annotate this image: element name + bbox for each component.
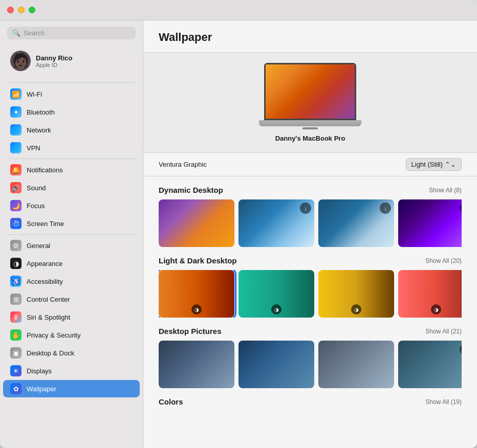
wallpaper-thumb-ld1[interactable]: ◑ <box>159 270 234 318</box>
minimize-button[interactable] <box>18 7 25 13</box>
maximize-button[interactable] <box>29 7 35 13</box>
section-light-dark-desktop: Light & Dark Desktop Show All (20) ◑◑◑◑ <box>159 247 462 318</box>
sidebar-divider-8 <box>7 234 136 235</box>
wallpaper-thumb-dp2[interactable] <box>238 341 314 388</box>
sidebar-item-sound[interactable]: 🔊 Sound <box>3 179 140 196</box>
network-icon-symbol: 🌐 <box>12 126 20 134</box>
wallpaper-grid-desktop-pictures: ↓ <box>159 341 462 388</box>
show-all-light-dark-desktop[interactable]: Show All (20) <box>425 257 462 264</box>
wallpaper-selector-bar: Ventura Graphic Light (Still) ⌃⌄ <box>143 153 477 176</box>
sidebar-item-wallpaper[interactable]: ✿ Wallpaper <box>3 380 140 397</box>
wallpaper-icon: ✿ <box>10 383 21 394</box>
content-area: Wallpaper Danny's MacBook Pro Ventura Gr… <box>143 20 477 448</box>
sidebar-item-displays[interactable]: ☀ Displays <box>3 362 140 379</box>
wallpaper-thumb-dd3[interactable]: ↓ <box>318 199 394 247</box>
macbook-screen <box>264 63 356 120</box>
notifications-icon-symbol: 🔔 <box>12 166 20 174</box>
macbook-screen-wallpaper <box>266 64 355 119</box>
sidebar-item-notifications[interactable]: 🔔 Notifications <box>3 161 140 178</box>
wallpaper-thumb-dp4[interactable]: ↓ <box>398 341 462 388</box>
focus-icon-symbol: 🌙 <box>12 202 20 210</box>
user-subtitle: Apple ID <box>36 62 73 68</box>
wallpaper-thumb-dd1[interactable] <box>159 199 234 247</box>
light-dark-badge-ld2: ◑ <box>271 304 281 315</box>
siri-icon-symbol: 🎙 <box>13 313 19 321</box>
notifications-label: Notifications <box>27 166 63 174</box>
bluetooth-icon: ✦ <box>10 106 21 118</box>
main-layout: 🔍 🧑🏿 Danny Rico Apple ID 📶 Wi-Fi ✦ <box>0 20 477 448</box>
show-all-dynamic-desktop[interactable]: Show All (8) <box>429 187 462 194</box>
sidebar-item-desktop[interactable]: ▣ Desktop & Dock <box>3 344 140 362</box>
network-label: Network <box>27 126 51 134</box>
sidebar-item-wifi[interactable]: 📶 Wi-Fi <box>3 85 140 103</box>
appearance-icon-symbol: ◑ <box>13 260 19 267</box>
sound-icon: 🔊 <box>10 182 21 193</box>
vpn-icon-symbol: 🌐 <box>12 144 20 152</box>
sidebar-item-bluetooth[interactable]: ✦ Bluetooth <box>3 103 140 121</box>
user-profile[interactable]: 🧑🏿 Danny Rico Apple ID <box>5 47 138 75</box>
desktop-icon-symbol: ▣ <box>13 349 19 357</box>
macbook-container <box>259 63 361 129</box>
wallpaper-style-picker[interactable]: Light (Still) ⌃⌄ <box>406 158 462 171</box>
appearance-icon: ◑ <box>10 258 21 269</box>
wallpaper-thumb-ld3[interactable]: ◑ <box>318 270 394 318</box>
show-all-desktop-pictures[interactable]: Show All (21) <box>425 328 462 335</box>
appearance-label: Appearance <box>27 260 62 267</box>
control-label: Control Center <box>27 296 70 303</box>
wallpaper-thumb-ld4[interactable]: ◑ <box>398 270 462 318</box>
sidebar-item-focus[interactable]: 🌙 Focus <box>3 197 140 214</box>
desktop-label: Desktop & Dock <box>27 349 74 357</box>
wallpaper-thumb-dd2[interactable]: ↓ <box>238 199 314 247</box>
sidebar-item-vpn[interactable]: 🌐 VPN <box>3 139 140 156</box>
system-preferences-window: 🔍 🧑🏿 Danny Rico Apple ID 📶 Wi-Fi ✦ <box>0 0 477 448</box>
section-title-colors: Colors <box>159 397 183 406</box>
control-icon-symbol: ⊞ <box>13 296 19 303</box>
accessibility-icon: ♿ <box>10 276 21 287</box>
siri-label: Siri & Spotlight <box>27 313 70 321</box>
search-box[interactable]: 🔍 <box>7 27 136 39</box>
sidebar-item-appearance[interactable]: ◑ Appearance <box>3 255 140 272</box>
sidebar-item-general[interactable]: ⚙ General <box>3 237 140 254</box>
show-all-colors[interactable]: Show All (19) <box>425 398 462 406</box>
sidebar-item-network[interactable]: 🌐 Network <box>3 121 140 139</box>
download-badge-dp4: ↓ <box>460 344 462 355</box>
general-label: General <box>27 242 50 250</box>
avatar: 🧑🏿 <box>10 51 31 71</box>
wallpaper-thumb-dp3[interactable] <box>318 341 394 388</box>
wallpaper-thumb-ld2[interactable]: ◑ <box>238 270 314 318</box>
privacy-icon-symbol: ✋ <box>12 331 20 339</box>
sidebar-item-accessibility[interactable]: ♿ Accessibility <box>3 273 140 290</box>
section-title-desktop-pictures: Desktop Pictures <box>159 327 222 335</box>
sound-icon-symbol: 🔊 <box>12 184 20 192</box>
search-input[interactable] <box>24 29 131 37</box>
wallpaper-thumb-dd4[interactable]: ↓ <box>398 199 462 247</box>
focus-icon: 🌙 <box>10 200 21 211</box>
section-colors: Colors Show All (19) <box>159 388 462 411</box>
avatar-emoji: 🧑🏿 <box>12 54 30 68</box>
displays-icon-symbol: ☀ <box>13 367 19 375</box>
sidebar-item-siri[interactable]: 🎙 Siri & Spotlight <box>3 308 140 326</box>
macbook-body <box>259 120 361 126</box>
sidebar-item-screentime[interactable]: ⏱ Screen Time <box>3 215 140 232</box>
sidebar-item-privacy[interactable]: ✋ Privacy & Security <box>3 326 140 344</box>
wifi-icon-symbol: 📶 <box>12 91 20 98</box>
accessibility-label: Accessibility <box>27 278 63 285</box>
wallpaper-thumb-dp1[interactable] <box>159 341 234 388</box>
displays-label: Displays <box>27 367 52 375</box>
macbook-notch <box>302 127 318 129</box>
sidebar-item-control[interactable]: ⊞ Control Center <box>3 290 140 308</box>
wallpaper-sections: Dynamic Desktop Show All (8) ↓↓↓ Light &… <box>143 176 477 448</box>
wallpaper-selected-name: Ventura Graphic <box>159 161 207 168</box>
section-header-light-dark-desktop: Light & Dark Desktop Show All (20) <box>159 247 462 270</box>
general-icon-symbol: ⚙ <box>13 242 19 250</box>
control-icon: ⊞ <box>10 294 21 305</box>
sidebar-divider-4 <box>7 159 136 159</box>
close-button[interactable] <box>7 7 14 13</box>
bluetooth-label: Bluetooth <box>27 108 55 116</box>
general-icon: ⚙ <box>10 240 21 251</box>
desktop-icon: ▣ <box>10 347 21 359</box>
section-title-dynamic-desktop: Dynamic Desktop <box>159 186 223 194</box>
siri-icon: 🎙 <box>10 311 21 323</box>
wallpaper-grid-dynamic-desktop: ↓↓↓ <box>159 199 462 247</box>
section-header-desktop-pictures: Desktop Pictures Show All (21) <box>159 318 462 341</box>
